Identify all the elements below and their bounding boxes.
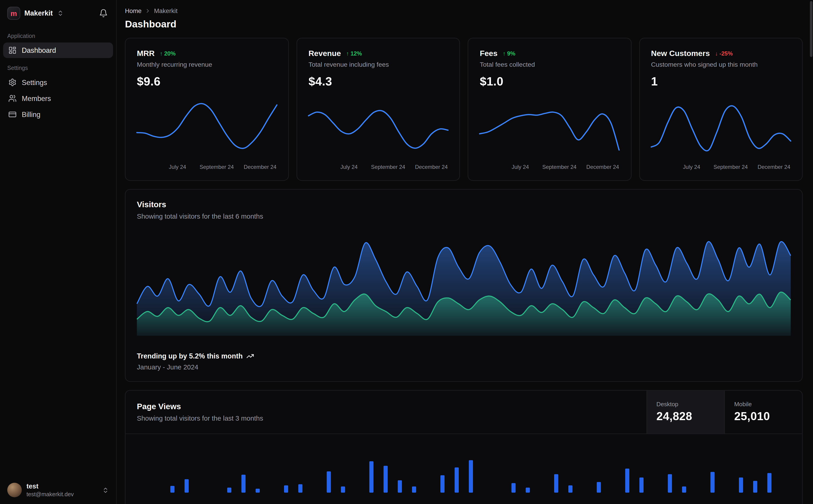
user-menu[interactable]: test test@makerkit.dev	[0, 476, 116, 504]
stat-card-fees: Fees ↑ 9% Total fees collected $1.0 July…	[468, 38, 632, 181]
workspace-switcher[interactable]: m Makerkit	[7, 7, 94, 20]
page-views-card: Page Views Showing total visitors for th…	[125, 390, 802, 504]
trend-value: -25%	[720, 50, 733, 56]
chevron-right-icon	[145, 8, 151, 14]
stat-title: Fees	[480, 49, 498, 58]
notifications-button[interactable]	[98, 8, 109, 19]
x-tick-label: December 24	[415, 164, 448, 170]
visitors-card: Visitors Showing total visitors for the …	[125, 189, 802, 382]
trend-up-icon: ↑	[160, 50, 162, 56]
mrr-sparkline-chart	[137, 97, 277, 161]
revenue-sparkline-chart	[309, 97, 448, 161]
trend-badge: ↓ -25%	[715, 50, 733, 56]
sidebar-item-members[interactable]: Members	[3, 91, 113, 106]
x-tick-label: September 24	[371, 164, 405, 170]
scrollbar-thumb[interactable]	[810, 1, 812, 57]
users-icon	[8, 94, 16, 103]
breadcrumb-current: Makerkit	[154, 7, 177, 15]
dashboard-icon	[8, 46, 16, 54]
sidebar-item-dashboard[interactable]: Dashboard	[3, 42, 113, 58]
stat-value: $4.3	[309, 74, 448, 88]
gear-icon	[8, 78, 16, 86]
trend-value: 9%	[507, 50, 515, 56]
user-name: test	[27, 482, 98, 490]
chevrons-up-down-icon	[57, 10, 64, 16]
visitors-area-chart	[137, 236, 791, 336]
credit-card-icon	[8, 110, 16, 119]
x-tick-label: December 24	[244, 164, 277, 170]
sidebar-item-settings[interactable]: Settings	[3, 74, 113, 90]
mobile-toggle-value: 25,010	[734, 410, 770, 423]
sidebar-item-billing[interactable]: Billing	[3, 107, 113, 122]
stat-title: New Customers	[651, 49, 710, 58]
workspace-name: Makerkit	[24, 9, 53, 17]
x-tick-label: September 24	[199, 164, 234, 170]
visitors-subtitle: Showing total visitors for the last 6 mo…	[137, 212, 791, 220]
breadcrumb-home[interactable]: Home	[125, 7, 141, 15]
page-views-subtitle: Showing total visitors for the last 3 mo…	[137, 414, 263, 422]
stat-card-new-customers: New Customers ↓ -25% Customers who signe…	[639, 38, 803, 181]
sidebar: m Makerkit Application Dashboard Setting…	[0, 0, 117, 504]
new-customers-sparkline-chart	[651, 97, 791, 161]
trend-up-icon: ↑	[346, 50, 349, 56]
chart-x-labels: July 24 September 24 December 24	[480, 164, 620, 172]
stat-value: 1	[651, 74, 791, 88]
x-tick-label: September 24	[542, 164, 576, 170]
fees-sparkline-chart	[480, 97, 620, 161]
visitors-title: Visitors	[137, 200, 791, 209]
sidebar-header: m Makerkit	[0, 0, 116, 27]
chevrons-up-down-icon	[102, 487, 109, 493]
trend-value: 12%	[351, 50, 362, 56]
stat-subtitle: Customers who signed up this month	[651, 61, 791, 69]
avatar	[7, 483, 22, 497]
chart-x-labels: July 24 September 24 December 24	[309, 164, 448, 172]
page-views-toggles: Desktop 24,828 Mobile 25,010	[647, 390, 802, 433]
nav-item-label: Dashboard	[22, 46, 56, 54]
nav-section-application: Application	[0, 27, 116, 42]
nav-item-label: Members	[22, 95, 51, 102]
desktop-toggle-value: 24,828	[656, 410, 692, 423]
stat-subtitle: Total revenue including fees	[309, 61, 448, 69]
nav-item-label: Billing	[22, 111, 40, 118]
stat-title: Revenue	[309, 49, 341, 58]
user-info: test test@makerkit.dev	[27, 482, 98, 498]
chart-x-labels: July 24 September 24 December 24	[137, 164, 277, 172]
user-email: test@makerkit.dev	[27, 490, 98, 498]
mobile-toggle[interactable]: Mobile 25,010	[724, 390, 802, 433]
trend-badge: ↑ 9%	[503, 50, 515, 56]
breadcrumb: Home Makerkit	[125, 7, 802, 15]
stat-value: $1.0	[480, 74, 620, 88]
chart-x-labels: July 24 September 24 December 24	[651, 164, 791, 172]
visitors-period: January - June 2024	[137, 363, 791, 371]
stat-subtitle: Total fees collected	[480, 61, 620, 69]
page-views-header: Page Views Showing total visitors for th…	[125, 390, 802, 434]
stat-value: $9.6	[137, 74, 277, 88]
trend-value: 20%	[164, 50, 175, 56]
trend-badge: ↑ 20%	[160, 50, 175, 56]
main-content: Home Makerkit Dashboard MRR ↑ 20% Monthl…	[117, 0, 813, 504]
app-window: m Makerkit Application Dashboard Setting…	[0, 0, 813, 504]
trend-badge: ↑ 12%	[346, 50, 362, 56]
page-views-bar-chart	[137, 437, 791, 493]
stat-title: MRR	[137, 49, 154, 58]
stat-cards-row: MRR ↑ 20% Monthly recurring revenue $9.6…	[125, 38, 802, 181]
nav-section-settings: Settings	[0, 58, 116, 74]
desktop-toggle-label: Desktop	[656, 401, 678, 407]
x-tick-label: July 24	[683, 164, 700, 170]
desktop-toggle[interactable]: Desktop 24,828	[647, 390, 724, 433]
x-tick-label: July 24	[340, 164, 357, 170]
nav-item-label: Settings	[22, 78, 47, 86]
x-tick-label: September 24	[714, 164, 748, 170]
logo-letter: m	[11, 9, 17, 17]
visitors-trend-text: Trending up by 5.2% this month	[137, 352, 243, 360]
trending-up-icon	[246, 352, 254, 360]
stat-subtitle: Monthly recurring revenue	[137, 61, 277, 69]
x-tick-label: July 24	[169, 164, 186, 170]
page-views-title: Page Views	[137, 402, 263, 411]
trend-down-icon: ↓	[715, 50, 718, 56]
x-tick-label: July 24	[511, 164, 529, 170]
mobile-toggle-label: Mobile	[734, 401, 752, 407]
bell-icon	[99, 9, 108, 18]
visitors-footer: Trending up by 5.2% this month January -…	[137, 352, 791, 371]
sidebar-nav: Application Dashboard Settings Settings …	[0, 27, 116, 123]
